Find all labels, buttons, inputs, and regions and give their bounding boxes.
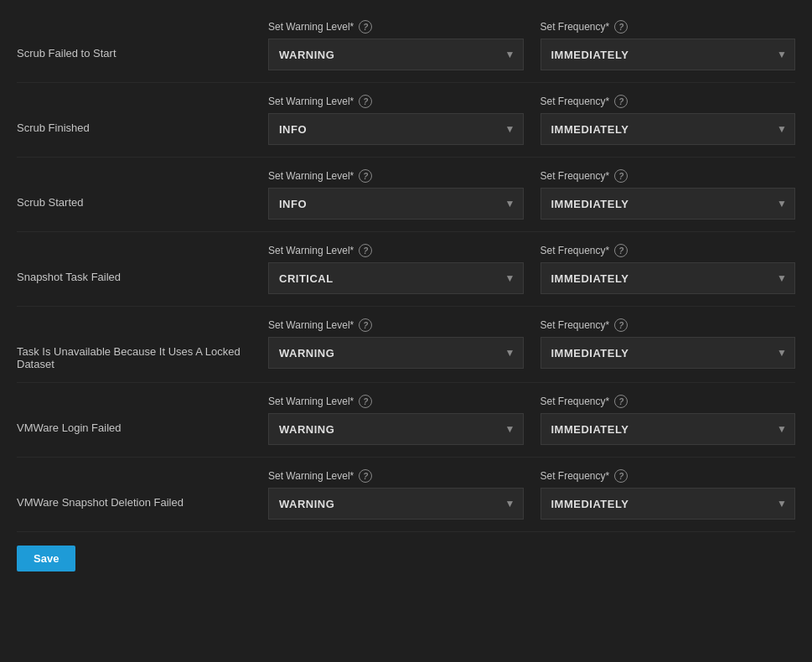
warning-level-label-scrub-finished: Set Warning Level*?	[268, 95, 524, 108]
warning-level-group-scrub-failed-to-start: Set Warning Level*?INFONOTICEWARNINGERRO…	[268, 20, 524, 70]
frequency-label-vmware-login-failed: Set Frequency*?	[540, 395, 796, 408]
frequency-select-wrapper-scrub-finished: IMMEDIATELYHOURLYDAILYWEEKLYNEVER▼	[540, 113, 796, 145]
alert-row-vmware-snapshot-deletion-failed: VMWare Snapshot Deletion FailedSet Warni…	[17, 458, 795, 532]
warning-level-select-scrub-started[interactable]: INFONOTICEWARNINGERRORCRITICALALERTEMERG…	[268, 188, 524, 220]
alert-row-task-unavailable-locked-dataset: Task Is Unavailable Because It Uses A Lo…	[17, 307, 795, 383]
warning-level-select-wrapper-scrub-failed-to-start: INFONOTICEWARNINGERRORCRITICALALERTEMERG…	[268, 39, 524, 70]
frequency-text: Set Frequency*	[540, 319, 610, 331]
warning-level-text: Set Warning Level*	[268, 319, 354, 331]
warning-level-select-scrub-failed-to-start[interactable]: INFONOTICEWARNINGERRORCRITICALALERTEMERG…	[268, 39, 524, 70]
warning-level-group-task-unavailable-locked-dataset: Set Warning Level*?INFONOTICEWARNINGERRO…	[268, 318, 524, 369]
alert-controls-vmware-snapshot-deletion-failed: Set Warning Level*?INFONOTICEWARNINGERRO…	[268, 469, 795, 520]
warning-level-help-icon[interactable]: ?	[359, 95, 372, 108]
warning-level-select-task-unavailable-locked-dataset[interactable]: INFONOTICEWARNINGERRORCRITICALALERTEMERG…	[268, 337, 524, 369]
warning-level-text: Set Warning Level*	[268, 245, 354, 256]
frequency-select-wrapper-snapshot-task-failed: IMMEDIATELYHOURLYDAILYWEEKLYNEVER▼	[540, 262, 796, 294]
frequency-group-vmware-login-failed: Set Frequency*?IMMEDIATELYHOURLYDAILYWEE…	[540, 395, 796, 445]
frequency-select-scrub-started[interactable]: IMMEDIATELYHOURLYDAILYWEEKLYNEVER	[540, 188, 796, 220]
warning-level-group-vmware-snapshot-deletion-failed: Set Warning Level*?INFONOTICEWARNINGERRO…	[268, 469, 524, 520]
frequency-text: Set Frequency*	[540, 96, 610, 107]
warning-level-text: Set Warning Level*	[268, 170, 354, 182]
warning-level-help-icon[interactable]: ?	[359, 244, 372, 257]
frequency-text: Set Frequency*	[540, 245, 610, 256]
frequency-select-vmware-snapshot-deletion-failed[interactable]: IMMEDIATELYHOURLYDAILYWEEKLYNEVER	[540, 488, 796, 520]
warning-level-text: Set Warning Level*	[268, 96, 354, 107]
alert-controls-vmware-login-failed: Set Warning Level*?INFONOTICEWARNINGERRO…	[268, 395, 795, 445]
alert-label-scrub-started: Scrub Started	[17, 169, 268, 209]
save-section: Save	[17, 532, 795, 585]
alert-controls-task-unavailable-locked-dataset: Set Warning Level*?INFONOTICEWARNINGERRO…	[268, 318, 795, 369]
alert-controls-scrub-finished: Set Warning Level*?INFONOTICEWARNINGERRO…	[268, 95, 795, 145]
frequency-text: Set Frequency*	[540, 170, 610, 182]
frequency-select-snapshot-task-failed[interactable]: IMMEDIATELYHOURLYDAILYWEEKLYNEVER	[540, 262, 796, 294]
frequency-group-vmware-snapshot-deletion-failed: Set Frequency*?IMMEDIATELYHOURLYDAILYWEE…	[540, 469, 796, 520]
frequency-select-task-unavailable-locked-dataset[interactable]: IMMEDIATELYHOURLYDAILYWEEKLYNEVER	[540, 337, 796, 369]
frequency-label-scrub-started: Set Frequency*?	[540, 169, 796, 183]
warning-level-help-icon[interactable]: ?	[359, 395, 372, 408]
warning-level-group-scrub-finished: Set Warning Level*?INFONOTICEWARNINGERRO…	[268, 95, 524, 145]
frequency-group-scrub-started: Set Frequency*?IMMEDIATELYHOURLYDAILYWEE…	[540, 169, 796, 220]
warning-level-help-icon[interactable]: ?	[359, 169, 372, 183]
frequency-group-task-unavailable-locked-dataset: Set Frequency*?IMMEDIATELYHOURLYDAILYWEE…	[540, 318, 796, 369]
alert-controls-snapshot-task-failed: Set Warning Level*?INFONOTICEWARNINGERRO…	[268, 244, 795, 294]
warning-level-select-snapshot-task-failed[interactable]: INFONOTICEWARNINGERRORCRITICALALERTEMERG…	[268, 262, 524, 294]
warning-level-help-icon[interactable]: ?	[359, 318, 372, 332]
frequency-help-icon[interactable]: ?	[614, 244, 628, 257]
alert-label-vmware-snapshot-deletion-failed: VMWare Snapshot Deletion Failed	[17, 469, 268, 509]
frequency-label-snapshot-task-failed: Set Frequency*?	[540, 244, 796, 257]
frequency-select-wrapper-scrub-failed-to-start: IMMEDIATELYHOURLYDAILYWEEKLYNEVER▼	[540, 39, 796, 70]
frequency-text: Set Frequency*	[540, 396, 610, 407]
warning-level-select-wrapper-scrub-finished: INFONOTICEWARNINGERRORCRITICALALERTEMERG…	[268, 113, 524, 145]
alert-row-scrub-started: Scrub StartedSet Warning Level*?INFONOTI…	[17, 158, 795, 232]
warning-level-help-icon[interactable]: ?	[359, 469, 372, 483]
frequency-select-vmware-login-failed[interactable]: IMMEDIATELYHOURLYDAILYWEEKLYNEVER	[540, 413, 796, 445]
frequency-help-icon[interactable]: ?	[614, 95, 628, 108]
alert-label-scrub-finished: Scrub Finished	[17, 95, 268, 134]
alert-label-task-unavailable-locked-dataset: Task Is Unavailable Because It Uses A Lo…	[17, 318, 268, 370]
frequency-group-snapshot-task-failed: Set Frequency*?IMMEDIATELYHOURLYDAILYWEE…	[540, 244, 796, 294]
frequency-label-task-unavailable-locked-dataset: Set Frequency*?	[540, 318, 796, 332]
alert-label-snapshot-task-failed: Snapshot Task Failed	[17, 244, 268, 283]
alert-row-vmware-login-failed: VMWare Login FailedSet Warning Level*?IN…	[17, 383, 795, 458]
warning-level-label-snapshot-task-failed: Set Warning Level*?	[268, 244, 524, 257]
frequency-select-wrapper-task-unavailable-locked-dataset: IMMEDIATELYHOURLYDAILYWEEKLYNEVER▼	[540, 337, 796, 369]
warning-level-label-vmware-login-failed: Set Warning Level*?	[268, 395, 524, 408]
warning-level-help-icon[interactable]: ?	[359, 20, 372, 34]
frequency-group-scrub-failed-to-start: Set Frequency*?IMMEDIATELYHOURLYDAILYWEE…	[540, 20, 796, 70]
warning-level-text: Set Warning Level*	[268, 470, 354, 482]
frequency-label-scrub-finished: Set Frequency*?	[540, 95, 796, 108]
warning-level-label-scrub-started: Set Warning Level*?	[268, 169, 524, 183]
frequency-help-icon[interactable]: ?	[614, 469, 628, 483]
frequency-help-icon[interactable]: ?	[614, 318, 628, 332]
warning-level-select-wrapper-snapshot-task-failed: INFONOTICEWARNINGERRORCRITICALALERTEMERG…	[268, 262, 524, 294]
warning-level-select-scrub-finished[interactable]: INFONOTICEWARNINGERRORCRITICALALERTEMERG…	[268, 113, 524, 145]
frequency-group-scrub-finished: Set Frequency*?IMMEDIATELYHOURLYDAILYWEE…	[540, 95, 796, 145]
warning-level-label-scrub-failed-to-start: Set Warning Level*?	[268, 20, 524, 34]
save-button[interactable]: Save	[17, 546, 75, 571]
alert-row-snapshot-task-failed: Snapshot Task FailedSet Warning Level*?I…	[17, 232, 795, 307]
alert-controls-scrub-started: Set Warning Level*?INFONOTICEWARNINGERRO…	[268, 169, 795, 220]
warning-level-select-wrapper-vmware-login-failed: INFONOTICEWARNINGERRORCRITICALALERTEMERG…	[268, 413, 524, 445]
main-container: Scrub Failed to StartSet Warning Level*?…	[0, 0, 812, 602]
alert-label-scrub-failed-to-start: Scrub Failed to Start	[17, 20, 268, 59]
alert-row-scrub-failed-to-start: Scrub Failed to StartSet Warning Level*?…	[17, 8, 795, 83]
alert-label-vmware-login-failed: VMWare Login Failed	[17, 395, 268, 434]
frequency-select-scrub-failed-to-start[interactable]: IMMEDIATELYHOURLYDAILYWEEKLYNEVER	[540, 39, 796, 70]
warning-level-label-vmware-snapshot-deletion-failed: Set Warning Level*?	[268, 469, 524, 483]
alert-row-scrub-finished: Scrub FinishedSet Warning Level*?INFONOT…	[17, 83, 795, 158]
warning-level-text: Set Warning Level*	[268, 396, 354, 407]
frequency-select-wrapper-vmware-login-failed: IMMEDIATELYHOURLYDAILYWEEKLYNEVER▼	[540, 413, 796, 445]
warning-level-select-vmware-snapshot-deletion-failed[interactable]: INFONOTICEWARNINGERRORCRITICALALERTEMERG…	[268, 488, 524, 520]
frequency-help-icon[interactable]: ?	[614, 395, 628, 408]
frequency-help-icon[interactable]: ?	[614, 20, 628, 34]
warning-level-group-scrub-started: Set Warning Level*?INFONOTICEWARNINGERRO…	[268, 169, 524, 220]
warning-level-group-vmware-login-failed: Set Warning Level*?INFONOTICEWARNINGERRO…	[268, 395, 524, 445]
warning-level-group-snapshot-task-failed: Set Warning Level*?INFONOTICEWARNINGERRO…	[268, 244, 524, 294]
warning-level-select-wrapper-vmware-snapshot-deletion-failed: INFONOTICEWARNINGERRORCRITICALALERTEMERG…	[268, 488, 524, 520]
frequency-help-icon[interactable]: ?	[614, 169, 628, 183]
frequency-select-wrapper-scrub-started: IMMEDIATELYHOURLYDAILYWEEKLYNEVER▼	[540, 188, 796, 220]
warning-level-select-vmware-login-failed[interactable]: INFONOTICEWARNINGERRORCRITICALALERTEMERG…	[268, 413, 524, 445]
warning-level-select-wrapper-scrub-started: INFONOTICEWARNINGERRORCRITICALALERTEMERG…	[268, 188, 524, 220]
frequency-select-scrub-finished[interactable]: IMMEDIATELYHOURLYDAILYWEEKLYNEVER	[540, 113, 796, 145]
alert-controls-scrub-failed-to-start: Set Warning Level*?INFONOTICEWARNINGERRO…	[268, 20, 795, 70]
